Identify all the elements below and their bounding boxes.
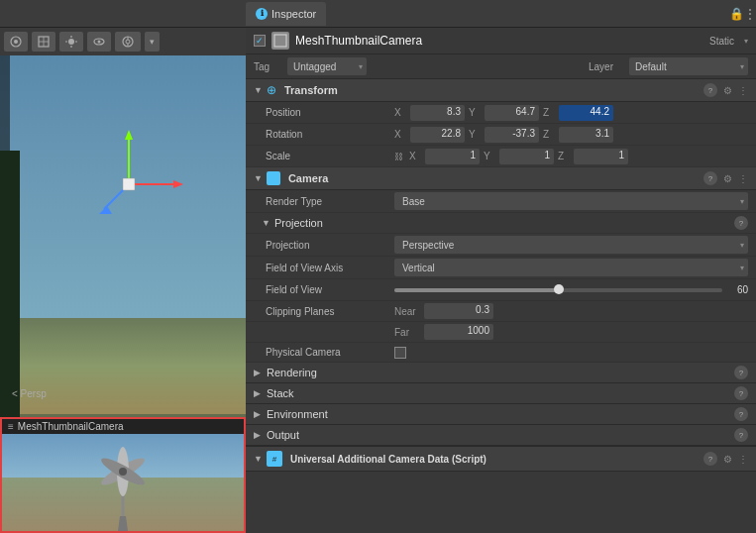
hamburger-icon: ≡	[8, 421, 14, 432]
physical-camera-label: Physical Camera	[266, 347, 394, 358]
lock-icon[interactable]: 🔒	[729, 7, 744, 21]
physical-camera-checkbox[interactable]	[394, 347, 406, 359]
fov-axis-row: Field of View Axis Vertical	[246, 257, 756, 279]
scene-btn-gizmo[interactable]	[4, 32, 28, 52]
position-values: X 8.3 Y 64.7 Z 44.2	[394, 105, 748, 121]
camera-title: Camera	[288, 172, 700, 184]
fov-slider-fill	[394, 288, 559, 292]
uacd-help-btn[interactable]: ?	[703, 452, 717, 466]
layer-dropdown[interactable]: Default	[629, 57, 748, 75]
scene-btn-visibility[interactable]	[87, 32, 111, 52]
scene-btn-light[interactable]	[59, 32, 83, 52]
ground-bg	[0, 318, 246, 414]
near-label: Near	[394, 306, 424, 317]
scale-link-icon[interactable]: ⛓	[394, 152, 403, 161]
projection-value: Perspective	[402, 240, 454, 251]
scene-panel: ▾ < Persp	[0, 28, 246, 533]
clipping-far-row: Far 1000	[246, 322, 756, 343]
rotation-label: Rotation	[266, 129, 394, 140]
tab-bar: ℹ Inspector 🔒 ⋮	[0, 0, 756, 28]
object-active-checkbox[interactable]: ✓	[254, 35, 266, 47]
layer-label: Layer	[589, 61, 623, 72]
scale-x-input[interactable]: 1	[425, 149, 480, 164]
scale-y-input[interactable]: 1	[499, 149, 554, 164]
environment-label: Environment	[267, 408, 734, 420]
fov-slider-track[interactable]	[394, 288, 722, 292]
scene-btn-fx[interactable]	[115, 32, 141, 52]
near-value-input[interactable]: 0.3	[424, 303, 493, 319]
far-label: Far	[394, 327, 424, 338]
more-options-icon[interactable]: ⋮	[744, 7, 756, 21]
position-row: Position X 8.3 Y 64.7 Z 44.2	[246, 102, 756, 124]
rendering-section[interactable]: ▶ Rendering ?	[246, 363, 756, 383]
transform-collapse-arrow[interactable]: ▼	[254, 85, 263, 95]
rendering-label: Rendering	[267, 367, 734, 378]
rotation-x-input[interactable]: 22.8	[410, 127, 465, 143]
position-y-input[interactable]: 64.7	[485, 105, 539, 121]
camera-help-btn[interactable]: ?	[703, 171, 717, 185]
uacd-collapse-arrow[interactable]: ▼	[254, 454, 263, 464]
rot-y-label: Y	[469, 129, 481, 140]
stack-section[interactable]: ▶ Stack ?	[246, 383, 756, 404]
fx-btn-icon	[120, 35, 136, 49]
scale-values: ⛓ X 1 Y 1 Z 1	[394, 149, 748, 164]
position-x-input[interactable]: 8.3	[410, 105, 465, 121]
environment-help-btn[interactable]: ?	[734, 407, 748, 421]
uacd-section-header: ▼ # Universal Additional Camera Data (Sc…	[246, 446, 756, 472]
fov-slider-thumb[interactable]	[554, 284, 564, 294]
svg-marker-28	[118, 516, 128, 531]
pos-y-label: Y	[469, 107, 481, 118]
position-x-value: 8.3	[447, 106, 461, 117]
output-section[interactable]: ▶ Output ?	[246, 425, 756, 446]
fov-axis-dropdown[interactable]: Vertical	[394, 259, 748, 276]
projection-row: Projection Perspective	[246, 234, 756, 257]
output-arrow: ▶	[254, 430, 261, 440]
camera-collapse-arrow[interactable]: ▼	[254, 173, 263, 183]
scale-z-input[interactable]: 1	[574, 149, 628, 164]
2d-btn-icon	[37, 35, 51, 49]
svg-point-11	[98, 41, 101, 44]
position-z-input[interactable]: 44.2	[559, 105, 613, 121]
near-value: 0.3	[476, 304, 489, 315]
scale-x-label: X	[409, 151, 421, 161]
uacd-more-btn[interactable]: ⋮	[738, 454, 748, 465]
position-z-value: 44.2	[591, 106, 609, 117]
static-dropdown-arrow[interactable]: ▾	[744, 37, 748, 46]
scene-btn-2d[interactable]	[32, 32, 55, 52]
output-help-btn[interactable]: ?	[734, 428, 748, 442]
camera-preview-image	[0, 434, 246, 533]
camera-section-header: ▼ Camera ? ⚙ ⋮	[246, 167, 756, 190]
tag-dropdown[interactable]: Untagged	[287, 57, 367, 75]
render-type-dropdown[interactable]: Base	[394, 192, 748, 210]
rotation-y-input[interactable]: -37.3	[485, 127, 539, 143]
transform-more-btn[interactable]: ⋮	[738, 85, 748, 96]
scene-btn-more[interactable]: ▾	[145, 32, 160, 52]
projection-help-btn[interactable]: ?	[734, 216, 748, 230]
environment-section[interactable]: ▶ Environment ?	[246, 404, 756, 425]
fov-value-text: 60	[728, 284, 748, 295]
stack-help-btn[interactable]: ?	[734, 386, 748, 400]
gizmo-btn-icon	[9, 35, 23, 49]
projection-dropdown[interactable]: Perspective	[394, 236, 748, 254]
light-btn-icon	[64, 35, 78, 49]
transform-settings-btn[interactable]: ⚙	[723, 85, 732, 96]
rotation-row: Rotation X 22.8 Y -37.3 Z 3.1	[246, 124, 756, 146]
camera-settings-btn[interactable]: ⚙	[723, 173, 732, 184]
rendering-help-btn[interactable]: ?	[734, 366, 748, 379]
uacd-settings-btn[interactable]: ⚙	[723, 454, 732, 465]
transform-help-btn[interactable]: ?	[703, 83, 717, 97]
tab-inspector[interactable]: ℹ Inspector	[246, 2, 326, 26]
rotation-z-input[interactable]: 3.1	[559, 127, 613, 143]
scale-x-value: 1	[470, 150, 476, 160]
far-value-input[interactable]: 1000	[424, 324, 493, 340]
output-label: Output	[267, 429, 734, 441]
camera-more-btn[interactable]: ⋮	[738, 173, 748, 184]
camera-preview-container: ≡ MeshThumbnailCamera	[0, 417, 246, 533]
rendering-arrow: ▶	[254, 368, 261, 377]
uacd-title: Universal Additional Camera Data (Script…	[290, 454, 700, 465]
projection-label: Projection	[266, 240, 394, 251]
projection-collapse-arrow[interactable]: ▼	[262, 218, 270, 228]
tag-layer-row: Tag Untagged Layer Default	[246, 54, 756, 79]
scale-row: Scale ⛓ X 1 Y 1 Z 1	[246, 146, 756, 167]
transform-actions: ? ⚙ ⋮	[703, 83, 748, 97]
